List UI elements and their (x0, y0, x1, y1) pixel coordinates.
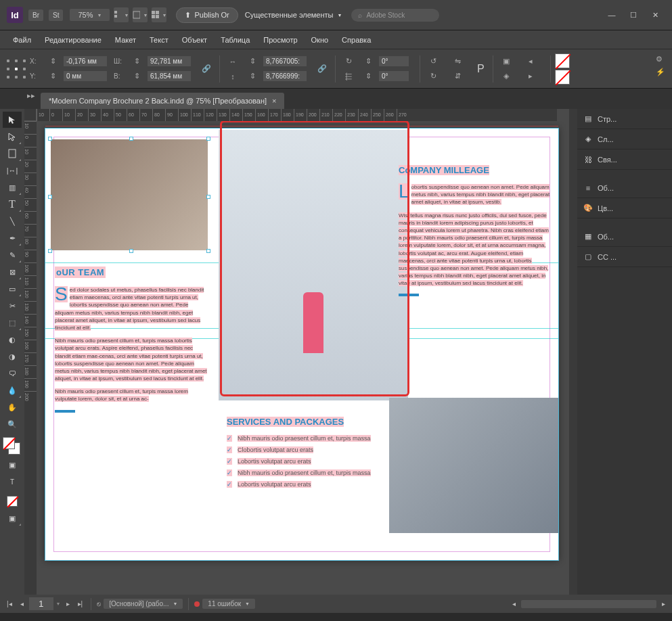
maximize-button[interactable]: ☐ (623, 8, 644, 22)
prev-object-icon[interactable]: ◂ (524, 55, 537, 68)
horizontal-ruler[interactable]: 1001020304050607080901001101201301401501… (37, 109, 557, 121)
flip-h-icon[interactable]: ⇋ (451, 55, 464, 68)
gradient-swatch-tool[interactable]: ◐ (3, 331, 22, 348)
last-page-button[interactable]: ▸| (75, 599, 86, 609)
list-item[interactable]: ✓Nibh mauris odio praesent cillum et, tu… (227, 469, 379, 476)
horizontal-scrollbar[interactable] (521, 600, 656, 608)
fill-color[interactable] (555, 53, 570, 68)
document-viewport[interactable]: 1001020304050607080901001101201301401501… (24, 109, 569, 595)
expand-toolbox-icon[interactable]: ▸▸ (27, 91, 35, 100)
reference-point[interactable] (7, 60, 26, 78)
stepper-icon[interactable]: ⇕ (246, 70, 259, 83)
rectangle-tool[interactable]: ▭ (3, 281, 22, 297)
document-tab[interactable]: *Modern Company Brochure 2 Back.indd @ 7… (41, 93, 284, 109)
stroke-color[interactable] (555, 70, 570, 85)
first-page-button[interactable]: |◂ (4, 599, 15, 609)
team-body-2[interactable]: Nibh mauris odio praesent cillum et, tur… (55, 337, 207, 382)
publish-button[interactable]: ⬆Publish Or (176, 7, 238, 23)
team-body-3[interactable]: Nibh mauris odio praesent cillum et, tur… (55, 388, 207, 402)
page-input[interactable] (29, 597, 53, 610)
links-panel[interactable]: ⛓Свя... (577, 150, 672, 170)
cc-libraries-panel[interactable]: ▢CC ... (577, 247, 672, 267)
bridge-button[interactable]: Br (28, 9, 43, 21)
stock-button[interactable]: St (49, 9, 63, 21)
w-input[interactable] (148, 56, 191, 66)
list-item[interactable]: ✓Nibh mauris odio praesent cillum et, tu… (227, 435, 379, 442)
screen-mode-tool[interactable]: ▣ (3, 510, 22, 526)
note-tool[interactable]: 🗨 (3, 365, 22, 382)
gap-tool[interactable]: |↔| (3, 162, 22, 179)
panel-expand-strip[interactable] (569, 109, 577, 595)
rotate-cw-icon[interactable]: ↻ (427, 70, 439, 83)
open-icon[interactable]: ⎋ (97, 600, 101, 607)
list-item[interactable]: ✓Lobortis volutpat arcu erats (227, 481, 379, 488)
stepper-icon[interactable]: ⇕ (131, 55, 143, 68)
stepper-icon[interactable]: ⇕ (47, 70, 59, 83)
x-input[interactable] (64, 56, 107, 66)
menu-help[interactable]: Справка (336, 34, 377, 46)
zoom-tool[interactable]: 🔍 (3, 416, 22, 432)
fill-stroke-swap[interactable] (3, 437, 22, 456)
menu-type[interactable]: Текст (143, 34, 175, 46)
pages-panel[interactable]: ▤Стр... (577, 109, 672, 129)
stepper-icon[interactable]: ⇕ (246, 55, 259, 68)
scroll-right-button[interactable]: ▸ (659, 599, 668, 609)
rectangle-frame-tool[interactable]: ⊠ (3, 264, 22, 280)
canvas[interactable]: oUR TEAM Sed dolor sodales ut metus, pha… (37, 121, 569, 595)
menu-table[interactable]: Таблица (215, 34, 256, 46)
color-panel[interactable]: 🎨Цв... (577, 198, 672, 218)
menu-object[interactable]: Объект (176, 34, 213, 46)
company-milleage-title[interactable]: CoMPANY MILLEAGE (399, 165, 551, 175)
content-collector-tool[interactable]: ▥ (3, 179, 22, 196)
formatting-text-icon[interactable]: T (3, 474, 22, 490)
vertical-ruler[interactable]: 1001020304050607080901001101201301401501… (24, 121, 37, 595)
our-team-title[interactable]: oUR TEAM (55, 267, 106, 278)
shear-input[interactable] (379, 71, 409, 81)
gradient-feather-tool[interactable]: ◑ (3, 348, 22, 365)
menu-view[interactable]: Просмотр (257, 34, 303, 46)
flip-v-icon[interactable]: ⇵ (451, 70, 464, 83)
next-page-button[interactable]: ▸ (64, 599, 72, 609)
gear-icon[interactable]: ⚙ (656, 55, 665, 64)
mille-body-1[interactable]: Lobortis suspendisse quo aenean non amet… (399, 183, 551, 206)
scissors-tool[interactable]: ✂ (3, 298, 22, 314)
close-tab-icon[interactable]: × (272, 97, 276, 105)
workspace-select[interactable]: Существенные элементы▼ (245, 11, 342, 19)
view-options-icon[interactable]: ▼ (114, 7, 129, 22)
stepper-icon[interactable]: ⇕ (47, 55, 59, 68)
rotate-input[interactable] (379, 56, 409, 66)
type-tool[interactable]: T (3, 196, 22, 212)
hand-tool[interactable]: ✋ (3, 399, 22, 415)
close-button[interactable]: ✕ (645, 8, 665, 22)
stepper-icon[interactable]: ⇕ (362, 55, 374, 68)
pencil-tool[interactable]: ✎ (3, 247, 22, 263)
lock-icon[interactable]: 🔗 (316, 63, 328, 75)
select-container-icon[interactable]: ▣ (500, 55, 512, 68)
rotate-ccw-icon[interactable]: ↺ (427, 55, 439, 68)
search-stock-input[interactable]: ⌕Adobe Stock (351, 9, 439, 22)
stroke-panel[interactable]: ≡Об... (577, 178, 672, 198)
layers-panel[interactable]: ◈Сл... (577, 129, 672, 150)
menu-layout[interactable]: Макет (109, 34, 142, 46)
ruler-origin[interactable] (24, 109, 37, 121)
mille-body-2[interactable]: Wisi tellus magna risus nunc justo offic… (399, 212, 551, 288)
free-transform-tool[interactable]: ⬚ (3, 315, 22, 331)
swatches-panel[interactable]: ▦Об... (577, 227, 672, 247)
team-photo[interactable] (51, 139, 208, 250)
building-photo[interactable] (389, 398, 558, 533)
next-object-icon[interactable]: ▸ (524, 70, 537, 83)
y-input[interactable] (64, 71, 107, 81)
h-input[interactable] (148, 71, 191, 81)
scale-x-input[interactable] (263, 56, 307, 66)
list-item[interactable]: ✓Clobortis volutpat arcu erats (227, 446, 379, 453)
menu-window[interactable]: Окно (305, 34, 335, 46)
list-item[interactable]: ✓Lobortis volutpat arcu erats (227, 458, 379, 465)
formatting-container-icon[interactable]: ▣ (3, 457, 22, 473)
eyedropper-tool[interactable]: 💧 (3, 382, 22, 398)
line-tool[interactable]: ╲ (3, 213, 22, 229)
select-content-icon[interactable]: ◈ (500, 70, 512, 83)
menu-file[interactable]: Файл (7, 34, 37, 46)
lock-icon[interactable]: 🔗 (200, 63, 212, 75)
screen-mode-icon[interactable]: ▼ (133, 7, 148, 22)
stepper-icon[interactable]: ⇕ (131, 70, 143, 83)
